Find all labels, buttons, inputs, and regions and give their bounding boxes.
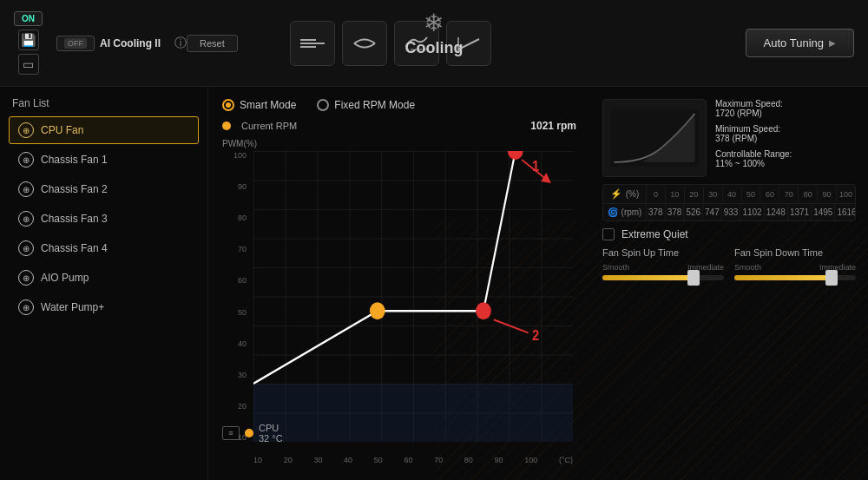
chart-y-label: PWM(%) (222, 139, 257, 148)
center-panel: Smart Mode Fixed RPM Mode Current RPM 10… (208, 87, 590, 480)
reset-button[interactable]: Reset (187, 35, 238, 52)
fan-spin-icon: 🌀 (608, 207, 618, 217)
cooling-title-area: ❄ Cooling (405, 9, 464, 57)
fixed-rpm-radio[interactable] (317, 99, 329, 111)
spin-up-smooth-label: Smooth (602, 263, 629, 272)
sliders-section: Fan Spin Up Time Smooth Immediate Fan Sp… (602, 247, 856, 280)
rpm-label-cell: 🌀 (rpm) (603, 204, 647, 220)
max-speed-line: Maximum Speed: 1720 (RPM) (715, 99, 856, 118)
pwm-unit: (%) (626, 189, 640, 199)
info-icon[interactable]: ⓘ (174, 36, 187, 51)
pwm-col-3: 30 (704, 187, 723, 202)
pwm-header-row: ⚡ (%) 0 10 20 30 40 50 60 70 80 90 100 (603, 185, 855, 204)
profiles-icon[interactable]: ▭ (18, 54, 39, 75)
pwm-col-2: 20 (685, 187, 704, 202)
rpm-val-9: 1616 (835, 204, 856, 220)
fan-item-chassis2[interactable]: ⊕ Chassis Fan 2 (9, 175, 199, 203)
cpu-temp: CPU 32 °C (259, 423, 283, 444)
fan-item-chassis3[interactable]: ⊕ Chassis Fan 3 (9, 205, 199, 233)
rpm-row: Current RPM 1021 rpm (222, 120, 576, 132)
fan-mode-2[interactable] (342, 21, 387, 66)
smart-mode-label: Smart Mode (240, 99, 296, 111)
ai-toggle[interactable]: OFF (56, 36, 95, 51)
rpm-val-1: 378 (666, 204, 685, 220)
fan-label-aio: AIO Pump (41, 272, 89, 284)
fan-spin-up-group: Fan Spin Up Time Smooth Immediate (602, 247, 724, 280)
rpm-value: 1021 rpm (530, 120, 576, 132)
svg-point-8 (370, 302, 385, 319)
min-speed-line: Minimum Speed: 378 (RPM) (715, 124, 856, 143)
cpu-dot (245, 429, 253, 437)
fan-label-chassis3: Chassis Fan 3 (41, 213, 108, 225)
fan-curve-chart[interactable]: 1 2 (253, 151, 573, 442)
auto-tuning-button[interactable]: Auto Tuning (746, 29, 854, 57)
fan-icon-chassis2: ⊕ (18, 181, 34, 197)
current-rpm-label: Current RPM (241, 121, 297, 131)
fan-label-chassis4: Chassis Fan 4 (41, 242, 108, 254)
toolbar-left: ON 💾 ▭ (14, 11, 43, 75)
speed-curve-preview (602, 99, 707, 177)
pwm-col-9: 90 (818, 187, 837, 202)
save-icon[interactable]: 💾 (18, 30, 39, 50)
pwm-col-5: 50 (742, 187, 761, 202)
pwm-col-4: 40 (723, 187, 742, 202)
rpm-values-row: 🌀 (rpm) 378 378 526 747 933 1102 1248 13… (603, 204, 855, 220)
legend-list-icon[interactable]: ≡ (222, 426, 240, 440)
rpm-val-0: 378 (647, 204, 666, 220)
fan-icon-chassis1: ⊕ (18, 152, 34, 168)
power-toggle[interactable]: ON (14, 11, 43, 26)
cooling-title: Cooling (405, 39, 464, 57)
chart-y-labels: 100 90 80 70 60 50 40 30 20 10 (222, 151, 248, 442)
rpm-val-6: 1248 (765, 204, 788, 220)
pwm-rpm-table: ⚡ (%) 0 10 20 30 40 50 60 70 80 90 100 🌀… (602, 184, 856, 221)
toolbar: ON 💾 ▭ OFF AI Cooling II ⓘ Reset ❄ Cooli… (0, 0, 868, 87)
fan-spin-down-group: Fan Spin Down Time Smooth Immediate (734, 247, 856, 280)
pwm-col-8: 80 (799, 187, 818, 202)
right-top: Maximum Speed: 1720 (RPM) Minimum Speed:… (602, 99, 856, 177)
lightning-icon: ⚡ (610, 188, 622, 200)
fan-item-aio[interactable]: ⊕ AIO Pump (9, 264, 199, 292)
rpm-val-3: 747 (703, 204, 722, 220)
fan-mode-1[interactable] (290, 21, 335, 66)
fan-label-chassis1: Chassis Fan 1 (41, 154, 108, 166)
fixed-rpm-option[interactable]: Fixed RPM Mode (317, 99, 415, 111)
fan-item-cpu[interactable]: ⊕ CPU Fan (9, 116, 199, 144)
rpm-val-5: 1102 (740, 204, 764, 220)
svg-rect-7 (253, 384, 573, 442)
mode-row: Smart Mode Fixed RPM Mode (222, 99, 576, 111)
fan-spin-down-track[interactable] (734, 275, 856, 280)
chart-container[interactable]: PWM(%) (222, 139, 576, 468)
extreme-quiet-checkbox[interactable] (602, 228, 615, 240)
fan-spin-up-labels: Smooth Immediate (602, 263, 724, 272)
fan-item-chassis1[interactable]: ⊕ Chassis Fan 1 (9, 146, 199, 174)
fan-icon-cpu: ⊕ (18, 122, 34, 138)
cooling-big-icon: ❄ (424, 9, 444, 37)
fan-item-water[interactable]: ⊕ Water Pump+ (9, 293, 199, 321)
spin-down-smooth-label: Smooth (734, 263, 761, 272)
extreme-quiet-row: Extreme Quiet (602, 228, 856, 240)
fan-spin-down-fill (734, 275, 832, 280)
fan-spin-up-thumb[interactable] (687, 270, 700, 286)
pwm-col-7: 70 (779, 187, 799, 202)
fan-spin-up-title: Fan Spin Up Time (602, 247, 724, 258)
chart-legend: ≡ CPU 32 °C (222, 423, 283, 444)
smart-mode-option[interactable]: Smart Mode (222, 99, 296, 111)
fan-list-title: Fan List (9, 97, 199, 109)
fan-label-chassis2: Chassis Fan 2 (41, 183, 108, 195)
fixed-rpm-label: Fixed RPM Mode (334, 99, 415, 111)
fan-icon-chassis4: ⊕ (18, 240, 34, 256)
pwm-col-6: 60 (760, 187, 779, 202)
main-content: Fan List ⊕ CPU Fan ⊕ Chassis Fan 1 ⊕ Cha… (0, 87, 868, 480)
fan-icon-chassis3: ⊕ (18, 211, 34, 227)
pwm-col-10: 100 (837, 187, 855, 202)
fan-spin-up-fill (602, 275, 694, 280)
rpm-val-7: 1371 (788, 204, 812, 220)
rpm-val-4: 933 (722, 204, 741, 220)
fan-item-chassis4[interactable]: ⊕ Chassis Fan 4 (9, 234, 199, 262)
smart-mode-radio[interactable] (222, 99, 234, 111)
fan-spin-down-thumb[interactable] (825, 270, 838, 286)
fan-icon-water: ⊕ (18, 299, 34, 315)
fan-spin-up-track[interactable] (602, 275, 724, 280)
extreme-quiet-label: Extreme Quiet (621, 228, 688, 240)
fan-list-panel: Fan List ⊕ CPU Fan ⊕ Chassis Fan 1 ⊕ Cha… (0, 87, 208, 480)
